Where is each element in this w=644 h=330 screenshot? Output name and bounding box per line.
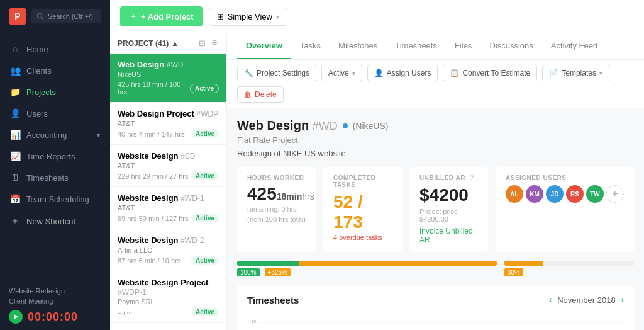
- project-item-title: Web Design #WD: [118, 60, 219, 69]
- project-item-title: Website Design #WD-2: [118, 236, 219, 245]
- sidebar-item-clients[interactable]: 👥 Clients: [0, 60, 110, 81]
- project-item-title: Website Design Project #WDP-1: [118, 278, 219, 297]
- project-item-code: #SD: [180, 152, 195, 161]
- project-item-hours: 69 hrs 50 min / 127 hrs: [118, 215, 189, 222]
- project-list-item[interactable]: Web Design #WD NikeUS 425 hrs 18 min / 1…: [110, 54, 226, 103]
- content: PROJECT (41) ▲ ⊟ 👁 Web Design #WD NikeUS…: [110, 33, 644, 330]
- timesheets-month: November 2018: [557, 295, 616, 305]
- progress-fill-tasks: [504, 261, 543, 266]
- delete-button[interactable]: 🗑 Delete: [237, 86, 284, 103]
- tab-milestones[interactable]: Milestones: [330, 33, 386, 59]
- project-item-meta: 40 hrs 4 min / 147 hrs Active: [118, 130, 219, 138]
- convert-button[interactable]: 📋 Convert To Estimate: [443, 65, 537, 81]
- add-project-button[interactable]: ＋ + Add Project: [120, 6, 203, 26]
- tasks-progress-bar: [504, 261, 634, 266]
- plus-icon: ＋: [129, 11, 137, 22]
- project-type: Flat Rate Project: [237, 135, 634, 145]
- sidebar-item-home[interactable]: ⌂ Home: [0, 38, 110, 60]
- project-list-item[interactable]: Website Design Project #WDP-1 Paymo SRL …: [110, 271, 226, 323]
- search-placeholder: Search (Ctrl+/): [48, 13, 93, 20]
- project-item-meta: 229 hrs 29 min / 27 hrs Active: [118, 172, 219, 180]
- project-item-title: Web Design Project #WDP: [118, 109, 219, 118]
- chevron-down-icon: ▾: [97, 132, 100, 139]
- delete-label: Delete: [255, 90, 277, 99]
- project-settings-label: Project Settings: [257, 69, 309, 77]
- project-list-item[interactable]: Website Design #SD AT&T 229 hrs 29 min /…: [110, 145, 226, 187]
- sidebar-item-projects[interactable]: 📁 Projects: [0, 81, 110, 103]
- sidebar-item-team-scheduling[interactable]: 📅 Team Scheduling: [0, 188, 110, 210]
- project-item-subtitle: Paymo SRL: [118, 298, 219, 305]
- progress-fill-green: [237, 261, 299, 266]
- hours-worked-card: HOURS WORKED 42518minhrs remaining: 0 hr…: [237, 167, 316, 252]
- sidebar-item-accounting[interactable]: 📊 Accounting ▾: [0, 124, 110, 145]
- client-tag: (NikeUS): [353, 121, 389, 131]
- project-item-meta: 69 hrs 50 min / 127 hrs Active: [118, 214, 219, 222]
- filter-icon[interactable]: ⊟: [199, 38, 206, 48]
- sidebar-item-timesheets[interactable]: 🗓 Timesheets: [0, 167, 110, 188]
- tab-timesheets[interactable]: Timesheets: [386, 33, 446, 59]
- project-item-subtitle: AT&T: [118, 204, 219, 212]
- timesheets-header: Timesheets ‹ November 2018 ›: [247, 294, 624, 305]
- sidebar-item-label: Accounting: [26, 130, 91, 140]
- search-bar[interactable]: Search (Ctrl+/): [31, 9, 101, 23]
- users-avatars: AL KM JD RS TW +: [506, 185, 624, 203]
- sidebar-item-time-reports[interactable]: 📈 Time Reports: [0, 145, 110, 167]
- templates-button[interactable]: 📄 Templates ▾: [542, 65, 609, 81]
- stats-row: HOURS WORKED 42518minhrs remaining: 0 hr…: [237, 167, 634, 252]
- project-item-subtitle: AT&T: [118, 162, 219, 169]
- tasks-value: 52 / 173: [333, 192, 392, 232]
- hours-worked-label: HOURS WORKED: [247, 174, 306, 181]
- progress-section: 100% +325% 30%: [237, 261, 634, 276]
- active-label: Active: [328, 69, 349, 77]
- timer-play-button[interactable]: [9, 310, 23, 324]
- team-scheduling-icon: 📅: [10, 194, 20, 204]
- new-shortcut-icon: ＋: [10, 215, 20, 227]
- tabs: Overview Tasks Milestones Timesheets Fil…: [227, 33, 644, 60]
- project-item-badge: Active: [190, 84, 219, 93]
- templates-label: Templates: [562, 69, 596, 77]
- nav-items: ⌂ Home 👥 Clients 📁 Projects 👤 Users 📊 Ac…: [0, 33, 110, 280]
- sidebar-item-new-shortcut[interactable]: ＋ New Shortcut: [0, 210, 110, 232]
- avatar: TW: [586, 185, 604, 203]
- sidebar-item-users[interactable]: 👤 Users: [0, 103, 110, 124]
- invoice-link[interactable]: Invoice Unbilled AR: [419, 227, 478, 244]
- sidebar-item-label: Clients: [26, 66, 100, 76]
- timesheets-section: Timesheets ‹ November 2018 › 15 10 5: [237, 285, 634, 330]
- tab-overview[interactable]: Overview: [237, 33, 291, 59]
- assign-users-button[interactable]: 👤 Assign Users: [367, 65, 438, 81]
- sidebar-item-label: Time Reports: [26, 152, 100, 161]
- chart-area: 15 10 5 0 Jan: [247, 312, 624, 330]
- assigned-users-card: ASSIGNED USERS AL KM JD RS TW +: [496, 167, 634, 252]
- project-settings-button[interactable]: 🔧 Project Settings: [237, 65, 316, 81]
- project-list-item[interactable]: Website Design #WD-2 Artima LLC 87 hrs 6…: [110, 229, 226, 271]
- detail-area: Overview Tasks Milestones Timesheets Fil…: [227, 33, 644, 330]
- active-button[interactable]: Active ▾: [321, 65, 362, 81]
- avatar: AL: [506, 185, 523, 203]
- project-list-item[interactable]: Website Design #WD-1 AT&T 69 hrs 50 min …: [110, 187, 226, 229]
- progress-fill-orange: [299, 261, 497, 266]
- project-item-code: #WD-1: [180, 194, 204, 203]
- tab-discussions[interactable]: Discussions: [480, 33, 541, 59]
- sidebar-item-label: Projects: [26, 88, 100, 97]
- assign-users-label: Assign Users: [387, 69, 431, 77]
- completed-tasks-card: COMPLETED TASKS 52 / 173 4 overdue tasks: [323, 167, 402, 252]
- progress-labels-2: 30%: [504, 268, 634, 276]
- tab-files[interactable]: Files: [446, 33, 480, 59]
- prev-month-button[interactable]: ‹: [549, 294, 552, 305]
- timer-display: 00:00:00: [28, 310, 78, 324]
- view-select[interactable]: ⊞ Simple View ▾: [209, 8, 287, 26]
- tab-activity-feed[interactable]: Activity Feed: [542, 33, 606, 59]
- play-icon: [13, 314, 19, 320]
- assigned-users-label: ASSIGNED USERS: [506, 174, 624, 181]
- hours-from-total: (from 100 hrs total): [247, 215, 306, 223]
- project-list-item[interactable]: Web Design Project #WDP AT&T 40 hrs 4 mi…: [110, 103, 226, 145]
- next-month-button[interactable]: ›: [621, 294, 624, 305]
- tab-tasks[interactable]: Tasks: [291, 33, 330, 59]
- avatar: KM: [526, 185, 543, 203]
- add-user-button[interactable]: +: [606, 185, 624, 203]
- users-icon: 👤: [10, 108, 20, 118]
- projects-container: Web Design #WD NikeUS 425 hrs 18 min / 1…: [110, 54, 226, 323]
- sidebar-item-label: Timesheets: [26, 173, 100, 183]
- main: ＋ + Add Project ⊞ Simple View ▾ PROJECT …: [110, 0, 644, 330]
- view-toggle-icon[interactable]: 👁: [211, 38, 219, 48]
